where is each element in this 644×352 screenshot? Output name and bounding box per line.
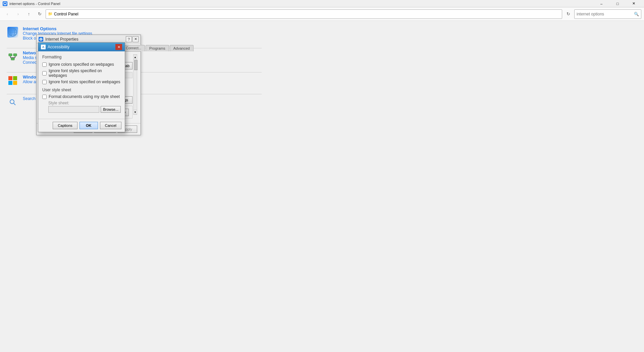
inet-title-icon bbox=[39, 37, 43, 42]
ignore-font-sizes-row: Ignore font sizes specified on webpages bbox=[42, 80, 121, 84]
tab-advanced[interactable]: Advanced bbox=[170, 45, 194, 51]
svg-rect-0 bbox=[4, 2, 6, 4]
app-icon bbox=[3, 1, 7, 6]
title-bar-text: internet options - Control Panel bbox=[9, 2, 60, 6]
svg-rect-16 bbox=[8, 81, 12, 85]
forward-button[interactable]: › bbox=[13, 9, 23, 19]
scroll-down[interactable]: ▼ bbox=[133, 110, 137, 114]
minimize-button[interactable]: – bbox=[594, 0, 609, 7]
svg-rect-8 bbox=[13, 54, 17, 56]
format-docs-label: Format documents using my style sheet bbox=[49, 94, 120, 99]
tab-programs[interactable]: Programs bbox=[146, 45, 169, 51]
address-input[interactable]: 📁 Control Panel bbox=[46, 9, 562, 19]
window-controls: – □ ✕ bbox=[594, 0, 641, 7]
acc-dialog-title: Accessibility bbox=[48, 45, 69, 49]
internet-options-icon bbox=[7, 26, 19, 38]
ignore-colors-checkbox[interactable] bbox=[42, 62, 47, 67]
network-icon bbox=[7, 50, 19, 62]
maximize-button[interactable]: □ bbox=[610, 0, 625, 7]
title-bar: internet options - Control Panel – □ ✕ bbox=[0, 0, 644, 7]
captions-button[interactable]: Captions bbox=[53, 122, 77, 129]
format-docs-row: Format documents using my style sheet bbox=[42, 94, 121, 99]
close-window-button[interactable]: ✕ bbox=[626, 0, 641, 7]
inet-help-button[interactable]: ? bbox=[126, 36, 132, 42]
refresh-go-button[interactable]: ↻ bbox=[564, 9, 573, 19]
ignore-font-sizes-checkbox[interactable] bbox=[42, 80, 47, 84]
style-sheet-input[interactable] bbox=[48, 106, 99, 113]
svg-rect-17 bbox=[13, 81, 17, 85]
browse-button[interactable]: Browse... bbox=[101, 106, 121, 113]
acc-title-bar: A Accessibility ✕ bbox=[38, 43, 125, 51]
user-style-sheet-label: User style sheet bbox=[42, 88, 121, 92]
ignore-font-sizes-label: Ignore font sizes specified on webpages bbox=[49, 80, 120, 84]
ignore-colors-row: Ignore colors specified on webpages bbox=[42, 62, 121, 67]
inet-dialog-title: Internet Properties bbox=[45, 37, 78, 42]
windows-icon bbox=[7, 74, 19, 87]
svg-rect-9 bbox=[11, 58, 14, 60]
scroll-thumb[interactable] bbox=[134, 60, 138, 70]
ignore-font-styles-checkbox[interactable] bbox=[42, 71, 47, 76]
ignore-font-styles-label: Ignore font styles specified on webpages bbox=[49, 68, 121, 78]
ignore-colors-label: Ignore colors specified on webpages bbox=[49, 62, 114, 67]
search-box[interactable]: 🔍 bbox=[574, 9, 641, 19]
search-icon: 🔍 bbox=[634, 12, 639, 16]
style-sheet-label: Style sheet: bbox=[48, 101, 121, 105]
scroll-up[interactable]: ▲ bbox=[133, 55, 137, 59]
style-sheet-row: Browse... bbox=[48, 106, 121, 113]
tab-connections[interactable]: Connect... bbox=[122, 45, 145, 51]
acc-title-icon: A bbox=[41, 45, 46, 49]
refresh-button[interactable]: ↻ bbox=[35, 9, 44, 19]
up-button[interactable]: ↑ bbox=[24, 9, 34, 19]
svg-point-18 bbox=[10, 100, 14, 104]
search-help-icon bbox=[7, 96, 19, 108]
inet-close-button[interactable]: ✕ bbox=[132, 36, 139, 42]
formatting-label: Formatting bbox=[42, 55, 121, 59]
internet-options-title[interactable]: Internet Options bbox=[23, 26, 92, 31]
acc-ok-button[interactable]: OK bbox=[79, 122, 98, 129]
back-button[interactable]: ‹ bbox=[3, 9, 12, 19]
search-input[interactable] bbox=[577, 12, 633, 16]
scroll-bar[interactable]: ▲ ▼ bbox=[133, 54, 137, 115]
svg-rect-7 bbox=[9, 54, 12, 56]
acc-footer: Captions OK Cancel bbox=[38, 119, 125, 132]
acc-content: Formatting Ignore colors specified on we… bbox=[38, 51, 125, 116]
ignore-font-styles-row: Ignore font styles specified on webpages bbox=[42, 68, 121, 78]
svg-line-19 bbox=[14, 103, 15, 105]
acc-close-button[interactable]: ✕ bbox=[115, 44, 122, 50]
format-docs-checkbox[interactable] bbox=[42, 95, 47, 99]
accessibility-dialog: A Accessibility ✕ Formatting Ignore colo… bbox=[38, 42, 125, 132]
svg-rect-15 bbox=[13, 76, 17, 80]
svg-rect-14 bbox=[8, 76, 12, 80]
address-bar: ‹ › ↑ ↻ 📁 Control Panel ↻ 🔍 bbox=[0, 7, 644, 21]
acc-cancel-button[interactable]: Cancel bbox=[100, 122, 121, 129]
